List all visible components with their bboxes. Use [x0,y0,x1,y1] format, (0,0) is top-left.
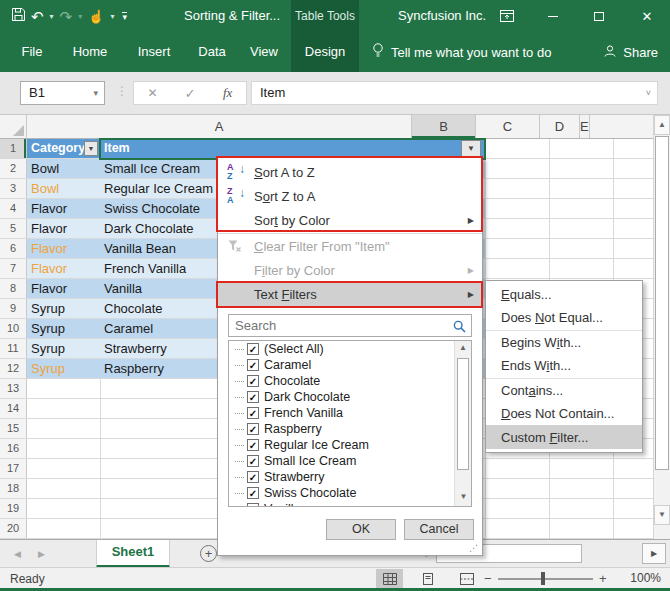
close-button[interactable]: ✕ [630,0,664,32]
column-header[interactable]: B [412,115,476,138]
row-header[interactable]: 1 [0,139,27,158]
submenu-item[interactable]: Begins With... [486,330,642,354]
zoom-slider-thumb[interactable] [541,572,545,585]
undo-dropdown-icon[interactable]: ▾ [50,12,54,21]
ribbon-tab[interactable]: Home [64,32,116,72]
save-icon[interactable] [12,7,25,25]
list-scroll-down-icon[interactable]: ▼ [455,490,472,506]
filter-value-row[interactable]: ✓ Regular Ice Cream [229,437,471,453]
filter-search-box[interactable] [228,314,472,337]
scroll-up-button[interactable]: ▲ [654,115,670,135]
page-layout-view-button[interactable] [414,569,441,588]
checkbox-checked[interactable]: ✓ [247,471,259,483]
cell-category[interactable] [27,479,100,498]
insert-function-icon[interactable]: fx [223,85,232,101]
minimize-button[interactable] [538,0,568,32]
filter-value-row[interactable]: ✓ Strawberry [229,469,471,485]
ribbon-tab[interactable]: File [12,32,52,72]
cell-category[interactable]: Syrup [27,359,100,378]
ribbon-tab[interactable]: View [240,32,288,72]
maximize-button[interactable] [584,0,614,32]
row-header[interactable]: 5 [0,219,27,238]
filter-value-row[interactable]: ✓ Vanilla [229,501,471,507]
new-sheet-button[interactable]: + [200,545,217,562]
hscroll-right-button[interactable]: ▶ [642,543,666,564]
column-header[interactable]: E [580,115,590,138]
row-header[interactable]: 12 [0,359,27,378]
category-filter-button[interactable]: ▼ [84,141,98,156]
cell-category[interactable]: Flavor [27,259,100,278]
cell-category[interactable]: Flavor [27,219,100,238]
submenu-item[interactable]: Contains... [486,378,642,402]
row-header[interactable]: 9 [0,299,27,318]
sheet-tab-active[interactable]: Sheet1 [96,540,170,568]
checkbox-checked[interactable]: ✓ [247,391,259,403]
list-scrollbar[interactable]: ▲ ▼ [454,341,471,506]
table-header-item[interactable]: Item [100,139,485,158]
row-header[interactable]: 18 [0,479,27,498]
zoom-level[interactable]: 100% [623,570,661,587]
cell-category[interactable]: Flavor [27,199,100,218]
filter-menu-item[interactable]: Clear Filter From "Item" ▶ [218,233,482,258]
vertical-scrollbar-thumb[interactable] [655,136,669,470]
column-header[interactable]: A [27,115,412,138]
ribbon-tab[interactable]: Data [188,32,236,72]
submenu-item[interactable]: Does Not Equal... [486,306,642,329]
cell-category[interactable]: Flavor [27,279,100,298]
filter-value-row[interactable]: ✓ Dark Chocolate [229,389,471,405]
cell-category[interactable]: Bowl [27,159,100,178]
cell-category[interactable] [27,399,100,418]
row-header[interactable]: 7 [0,259,27,278]
row-header[interactable]: 10 [0,319,27,338]
ribbon-tab[interactable]: Design [291,32,359,72]
row-header[interactable]: 14 [0,399,27,418]
column-header[interactable]: D [540,115,580,138]
filter-menu-item[interactable]: Text Filters ▶ [218,282,482,306]
cell-category[interactable]: Syrup [27,339,100,358]
row-header[interactable]: 13 [0,379,27,398]
checkbox-checked[interactable]: ✓ [247,503,259,507]
formula-expand-icon[interactable]: ˅ [646,82,651,104]
resize-grip-icon[interactable]: ⋰ [469,543,478,553]
row-header[interactable]: 6 [0,239,27,258]
checkbox-checked[interactable]: ✓ [247,359,259,371]
share-button[interactable]: Share [603,32,658,72]
ribbon-display-options-icon[interactable] [492,0,522,32]
checkbox-checked[interactable]: ✓ [247,407,259,419]
submenu-item[interactable]: Equals... [486,283,642,306]
cell-category[interactable] [27,499,100,518]
undo-icon[interactable]: ↶ [31,9,44,24]
column-header[interactable]: C [476,115,540,138]
row-header[interactable]: 4 [0,199,27,218]
touch-mode-icon[interactable]: ☝ [88,9,104,24]
row-header[interactable]: 16 [0,439,27,458]
tell-me-box[interactable]: Tell me what you want to do [372,32,551,72]
checkbox-checked[interactable]: ✓ [247,343,259,355]
name-box[interactable]: B1 ▾ [20,81,105,105]
zoom-out-button[interactable]: − [484,569,492,588]
row-header[interactable]: 8 [0,279,27,298]
submenu-item[interactable]: Does Not Contain... [486,402,642,425]
filter-value-row[interactable]: ✓ Swiss Chocolate [229,485,471,501]
checkbox-checked[interactable]: ✓ [247,375,259,387]
list-scroll-up-icon[interactable]: ▲ [455,341,471,357]
cell-category[interactable] [27,459,100,478]
row-header[interactable]: 11 [0,339,27,358]
row-header[interactable]: 2 [0,159,27,178]
customize-qat-icon[interactable]: ▾ [122,12,127,21]
search-input[interactable] [229,315,439,336]
zoom-in-button[interactable]: + [599,569,607,588]
filter-value-row[interactable]: ✓ Raspberry [229,421,471,437]
filter-value-row[interactable]: ✓ French Vanilla [229,405,471,421]
row-header[interactable]: 17 [0,459,27,478]
filter-menu-item[interactable]: Sort by Color ▶ [218,208,482,232]
filter-value-row[interactable]: ✓ Caramel [229,357,471,373]
item-filter-button[interactable]: ▼ [461,140,481,157]
ribbon-tab[interactable]: Insert [126,32,182,72]
normal-view-button[interactable] [376,569,403,588]
row-header[interactable]: 15 [0,419,27,438]
row-header[interactable]: 3 [0,179,27,198]
cell-category[interactable]: Bowl [27,179,100,198]
checkbox-checked[interactable]: ✓ [247,487,259,499]
scroll-down-button[interactable]: ▼ [654,505,670,525]
